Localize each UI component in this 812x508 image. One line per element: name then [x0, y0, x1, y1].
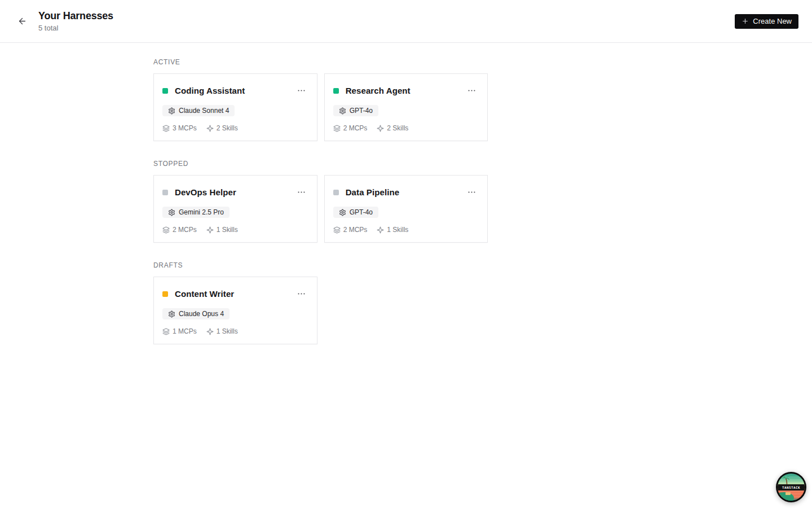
mcps-meta: 2 MCPs — [333, 226, 368, 234]
harness-title: DevOps Helper — [175, 187, 289, 197]
gear-icon — [339, 209, 346, 216]
status-indicator — [162, 88, 168, 94]
model-badge: Claude Opus 4 — [162, 308, 230, 319]
skills-count: 2 Skills — [217, 124, 238, 132]
arrow-left-icon — [17, 16, 27, 26]
card-meta: 2 MCPs 1 Skills — [162, 226, 308, 234]
back-button[interactable] — [14, 13, 30, 30]
status-indicator — [333, 190, 339, 195]
cards-grid: DevOps Helper Gemini 2.5 Pro 2 MCPs — [153, 175, 659, 243]
sparkle-icon — [377, 125, 384, 132]
layers-icon — [162, 328, 170, 335]
harness-card-research-agent[interactable]: Research Agent GPT-4o 2 MCPs — [324, 73, 488, 141]
section-active: ACTIVE Coding Assistant Claude Sonnet 4 — [153, 58, 659, 141]
layers-icon — [333, 226, 341, 234]
status-indicator — [162, 291, 168, 297]
skills-count: 1 Skills — [217, 226, 238, 234]
gear-icon — [168, 107, 175, 115]
sparkle-icon — [206, 125, 214, 132]
layers-icon — [333, 125, 341, 132]
card-meta: 2 MCPs 2 Skills — [333, 124, 479, 132]
card-menu-button[interactable] — [295, 288, 307, 300]
mcps-count: 2 MCPs — [343, 124, 368, 132]
tanstack-label: TANSTACK — [778, 484, 805, 491]
more-horizontal-icon — [297, 289, 306, 299]
card-menu-button[interactable] — [466, 186, 478, 198]
create-new-button[interactable]: Create New — [735, 14, 798, 29]
sparkle-icon — [206, 328, 214, 335]
mcps-count: 3 MCPs — [173, 124, 197, 132]
harness-title: Coding Assistant — [175, 86, 289, 95]
page-header: Your Harnesses 5 total Create New — [0, 0, 812, 43]
layers-icon — [162, 226, 170, 234]
card-head: Research Agent — [333, 85, 479, 97]
skills-meta: 1 Skills — [206, 327, 238, 335]
model-badge: GPT-4o — [333, 105, 378, 116]
harness-card-content-writer[interactable]: Content Writer Claude Opus 4 1 MCPs — [153, 277, 317, 344]
mcps-meta: 1 MCPs — [162, 327, 197, 335]
skills-meta: 1 Skills — [206, 226, 238, 234]
sparkle-icon — [377, 226, 384, 234]
harness-card-coding-assistant[interactable]: Coding Assistant Claude Sonnet 4 3 MCPs — [153, 73, 317, 141]
mcps-meta: 2 MCPs — [333, 124, 368, 132]
palm-tree-icon — [782, 475, 792, 485]
skills-meta: 2 Skills — [206, 124, 238, 132]
card-menu-button[interactable] — [295, 186, 307, 198]
header-titles: Your Harnesses 5 total — [38, 10, 113, 32]
tanstack-hut — [785, 492, 791, 495]
more-horizontal-icon — [467, 86, 476, 95]
mcps-meta: 3 MCPs — [162, 124, 197, 132]
harness-title: Content Writer — [175, 289, 289, 299]
harness-list: ACTIVE Coding Assistant Claude Sonnet 4 — [153, 43, 659, 344]
harness-title: Research Agent — [346, 86, 460, 95]
section-drafts: DRAFTS Content Writer Claude Opus 4 — [153, 261, 659, 344]
card-meta: 2 MCPs 1 Skills — [333, 226, 479, 234]
section-label: STOPPED — [153, 160, 659, 168]
layers-icon — [162, 125, 170, 132]
model-name: Claude Opus 4 — [179, 310, 224, 318]
model-badge: Claude Sonnet 4 — [162, 105, 235, 116]
section-label: ACTIVE — [153, 58, 659, 66]
model-badge: GPT-4o — [333, 207, 378, 218]
harness-card-data-pipeline[interactable]: Data Pipeline GPT-4o 2 MCPs — [324, 175, 488, 243]
more-horizontal-icon — [297, 187, 306, 197]
card-head: Data Pipeline — [333, 186, 479, 198]
model-badge: Gemini 2.5 Pro — [162, 207, 230, 218]
gear-icon — [168, 209, 175, 216]
status-indicator — [333, 88, 339, 94]
page-subtitle: 5 total — [38, 24, 113, 32]
card-head: DevOps Helper — [162, 186, 308, 198]
cards-grid: Coding Assistant Claude Sonnet 4 3 MCPs — [153, 73, 659, 141]
mcps-count: 2 MCPs — [173, 226, 197, 234]
page-title: Your Harnesses — [38, 10, 113, 22]
tanstack-devtools-button[interactable]: TANSTACK — [776, 472, 806, 502]
more-horizontal-icon — [297, 86, 306, 95]
skills-count: 1 Skills — [217, 327, 238, 335]
mcps-count: 2 MCPs — [343, 226, 368, 234]
model-name: GPT-4o — [350, 107, 373, 115]
section-label: DRAFTS — [153, 261, 659, 269]
more-horizontal-icon — [467, 187, 476, 197]
card-meta: 1 MCPs 1 Skills — [162, 327, 308, 335]
skills-count: 2 Skills — [387, 124, 408, 132]
cards-grid: Content Writer Claude Opus 4 1 MCPs — [153, 277, 659, 344]
card-menu-button[interactable] — [295, 85, 307, 97]
skills-meta: 2 Skills — [377, 124, 408, 132]
card-head: Content Writer — [162, 288, 308, 300]
card-menu-button[interactable] — [466, 85, 478, 97]
plus-icon — [742, 17, 749, 25]
create-new-label: Create New — [753, 17, 792, 25]
mcps-count: 1 MCPs — [173, 327, 197, 335]
model-name: GPT-4o — [350, 208, 373, 216]
skills-count: 1 Skills — [387, 226, 408, 234]
gear-icon — [168, 310, 175, 318]
skills-meta: 1 Skills — [377, 226, 408, 234]
sparkle-icon — [206, 226, 214, 234]
section-stopped: STOPPED DevOps Helper Gemini 2.5 Pro — [153, 160, 659, 243]
harness-card-devops-helper[interactable]: DevOps Helper Gemini 2.5 Pro 2 MCPs — [153, 175, 317, 243]
mcps-meta: 2 MCPs — [162, 226, 197, 234]
harness-title: Data Pipeline — [346, 187, 460, 197]
gear-icon — [339, 107, 346, 115]
card-head: Coding Assistant — [162, 85, 308, 97]
model-name: Claude Sonnet 4 — [179, 107, 229, 115]
